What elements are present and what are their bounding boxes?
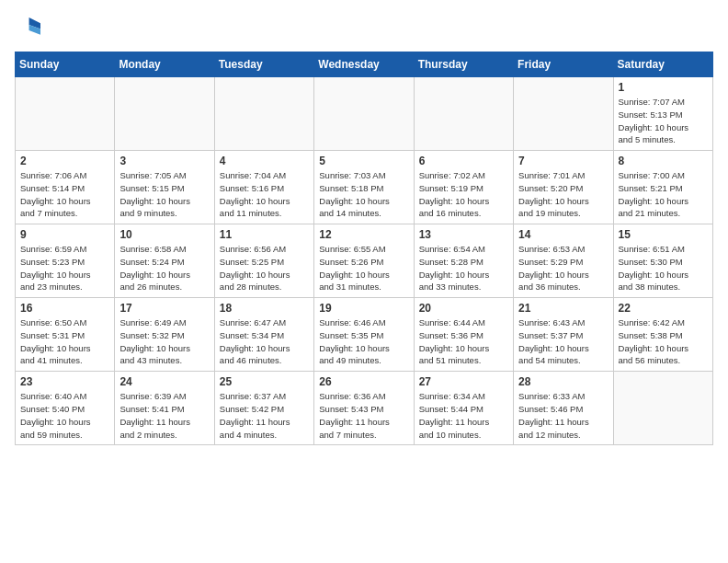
day-number: 26 — [319, 375, 408, 388]
day-info: Sunrise: 7:00 AMSunset: 5:21 PMDaylight:… — [619, 169, 708, 220]
day-cell — [514, 77, 613, 151]
day-info: Sunrise: 6:39 AMSunset: 5:41 PMDaylight:… — [119, 390, 209, 441]
day-number: 17 — [119, 302, 209, 315]
day-info: Sunrise: 6:36 AMSunset: 5:43 PMDaylight:… — [319, 390, 408, 441]
logo — [15, 15, 44, 40]
day-cell: 18Sunrise: 6:47 AMSunset: 5:34 PMDayligh… — [214, 298, 313, 372]
day-cell: 19Sunrise: 6:46 AMSunset: 5:35 PMDayligh… — [314, 298, 414, 372]
day-cell: 17Sunrise: 6:49 AMSunset: 5:32 PMDayligh… — [115, 298, 214, 372]
day-cell: 10Sunrise: 6:58 AMSunset: 5:24 PMDayligh… — [115, 224, 214, 298]
day-cell: 25Sunrise: 6:37 AMSunset: 5:42 PMDayligh… — [214, 372, 313, 445]
day-info: Sunrise: 7:01 AMSunset: 5:20 PMDaylight:… — [518, 169, 608, 220]
day-info: Sunrise: 6:51 AMSunset: 5:30 PMDaylight:… — [619, 243, 708, 293]
day-info: Sunrise: 7:06 AMSunset: 5:14 PMDaylight:… — [20, 169, 109, 220]
day-number: 28 — [518, 375, 608, 388]
day-number: 10 — [119, 228, 209, 241]
day-number: 15 — [619, 228, 708, 241]
day-number: 16 — [20, 302, 109, 315]
day-cell: 16Sunrise: 6:50 AMSunset: 5:31 PMDayligh… — [16, 298, 115, 372]
week-row-3: 16Sunrise: 6:50 AMSunset: 5:31 PMDayligh… — [16, 298, 713, 372]
day-info: Sunrise: 6:58 AMSunset: 5:24 PMDaylight:… — [119, 243, 209, 293]
day-cell: 21Sunrise: 6:43 AMSunset: 5:37 PMDayligh… — [514, 298, 613, 372]
day-cell: 4Sunrise: 7:04 AMSunset: 5:16 PMDaylight… — [214, 151, 313, 224]
day-cell: 8Sunrise: 7:00 AMSunset: 5:21 PMDaylight… — [613, 151, 712, 224]
day-info: Sunrise: 6:43 AMSunset: 5:37 PMDaylight:… — [518, 316, 608, 367]
weekday-header-saturday: Saturday — [613, 52, 712, 77]
day-info: Sunrise: 6:47 AMSunset: 5:34 PMDaylight:… — [220, 316, 309, 367]
week-row-4: 23Sunrise: 6:40 AMSunset: 5:40 PMDayligh… — [16, 372, 713, 445]
day-info: Sunrise: 6:59 AMSunset: 5:23 PMDaylight:… — [20, 243, 109, 293]
day-cell: 20Sunrise: 6:44 AMSunset: 5:36 PMDayligh… — [414, 298, 513, 372]
day-cell: 5Sunrise: 7:03 AMSunset: 5:18 PMDaylight… — [314, 151, 414, 224]
day-info: Sunrise: 6:37 AMSunset: 5:42 PMDaylight:… — [220, 390, 309, 441]
day-cell: 24Sunrise: 6:39 AMSunset: 5:41 PMDayligh… — [115, 372, 214, 445]
day-number: 7 — [518, 155, 608, 167]
weekday-header-monday: Monday — [115, 52, 214, 77]
day-info: Sunrise: 6:44 AMSunset: 5:36 PMDaylight:… — [419, 316, 508, 367]
day-info: Sunrise: 6:46 AMSunset: 5:35 PMDaylight:… — [319, 316, 408, 367]
day-cell: 26Sunrise: 6:36 AMSunset: 5:43 PMDayligh… — [314, 372, 414, 445]
day-cell: 7Sunrise: 7:01 AMSunset: 5:20 PMDaylight… — [514, 151, 613, 224]
day-cell: 1Sunrise: 7:07 AMSunset: 5:13 PMDaylight… — [613, 77, 712, 151]
day-cell: 13Sunrise: 6:54 AMSunset: 5:28 PMDayligh… — [414, 224, 513, 298]
day-cell: 15Sunrise: 6:51 AMSunset: 5:30 PMDayligh… — [613, 224, 712, 298]
day-number: 20 — [419, 302, 508, 315]
day-cell: 9Sunrise: 6:59 AMSunset: 5:23 PMDaylight… — [16, 224, 115, 298]
day-number: 8 — [619, 155, 708, 167]
week-row-0: 1Sunrise: 7:07 AMSunset: 5:13 PMDaylight… — [16, 77, 713, 151]
day-info: Sunrise: 6:55 AMSunset: 5:26 PMDaylight:… — [319, 243, 408, 293]
day-cell — [613, 372, 712, 445]
day-number: 2 — [20, 155, 109, 167]
day-info: Sunrise: 6:49 AMSunset: 5:32 PMDaylight:… — [119, 316, 209, 367]
day-cell: 3Sunrise: 7:05 AMSunset: 5:15 PMDaylight… — [115, 151, 214, 224]
day-number: 27 — [419, 375, 508, 388]
day-info: Sunrise: 7:02 AMSunset: 5:19 PMDaylight:… — [419, 169, 508, 220]
day-cell — [115, 77, 214, 151]
day-number: 6 — [419, 155, 508, 167]
day-info: Sunrise: 7:03 AMSunset: 5:18 PMDaylight:… — [319, 169, 408, 220]
calendar-body: 1Sunrise: 7:07 AMSunset: 5:13 PMDaylight… — [16, 77, 713, 445]
day-cell — [314, 77, 414, 151]
day-info: Sunrise: 7:04 AMSunset: 5:16 PMDaylight:… — [220, 169, 309, 220]
day-number: 9 — [20, 228, 109, 241]
weekday-header-tuesday: Tuesday — [214, 52, 313, 77]
day-number: 18 — [220, 302, 309, 315]
day-info: Sunrise: 6:50 AMSunset: 5:31 PMDaylight:… — [20, 316, 109, 367]
weekday-header-sunday: Sunday — [16, 52, 115, 77]
weekday-header-row: SundayMondayTuesdayWednesdayThursdayFrid… — [16, 52, 713, 77]
day-cell — [414, 77, 513, 151]
day-number: 4 — [220, 155, 309, 167]
day-number: 24 — [119, 375, 209, 388]
day-number: 22 — [619, 302, 708, 315]
day-number: 3 — [119, 155, 209, 167]
day-info: Sunrise: 6:54 AMSunset: 5:28 PMDaylight:… — [419, 243, 508, 293]
day-cell: 28Sunrise: 6:33 AMSunset: 5:46 PMDayligh… — [514, 372, 613, 445]
page-header — [15, 15, 713, 40]
day-info: Sunrise: 6:34 AMSunset: 5:44 PMDaylight:… — [419, 390, 508, 441]
day-info: Sunrise: 6:56 AMSunset: 5:25 PMDaylight:… — [220, 243, 309, 293]
day-info: Sunrise: 6:33 AMSunset: 5:46 PMDaylight:… — [518, 390, 608, 441]
day-cell — [214, 77, 313, 151]
day-number: 12 — [319, 228, 408, 241]
week-row-1: 2Sunrise: 7:06 AMSunset: 5:14 PMDaylight… — [16, 151, 713, 224]
day-info: Sunrise: 6:40 AMSunset: 5:40 PMDaylight:… — [20, 390, 109, 441]
day-number: 21 — [518, 302, 608, 315]
day-cell: 22Sunrise: 6:42 AMSunset: 5:38 PMDayligh… — [613, 298, 712, 372]
calendar-table: SundayMondayTuesdayWednesdayThursdayFrid… — [15, 52, 713, 445]
day-cell: 11Sunrise: 6:56 AMSunset: 5:25 PMDayligh… — [214, 224, 313, 298]
day-number: 5 — [319, 155, 408, 167]
day-info: Sunrise: 6:53 AMSunset: 5:29 PMDaylight:… — [518, 243, 608, 293]
day-cell: 27Sunrise: 6:34 AMSunset: 5:44 PMDayligh… — [414, 372, 513, 445]
weekday-header-thursday: Thursday — [414, 52, 513, 77]
day-number: 14 — [518, 228, 608, 241]
day-number: 1 — [619, 81, 708, 94]
day-cell: 6Sunrise: 7:02 AMSunset: 5:19 PMDaylight… — [414, 151, 513, 224]
day-number: 23 — [20, 375, 109, 388]
logo-icon — [15, 15, 40, 40]
day-cell: 2Sunrise: 7:06 AMSunset: 5:14 PMDaylight… — [16, 151, 115, 224]
week-row-2: 9Sunrise: 6:59 AMSunset: 5:23 PMDaylight… — [16, 224, 713, 298]
day-cell: 23Sunrise: 6:40 AMSunset: 5:40 PMDayligh… — [16, 372, 115, 445]
day-number: 25 — [220, 375, 309, 388]
weekday-header-wednesday: Wednesday — [314, 52, 414, 77]
day-number: 19 — [319, 302, 408, 315]
